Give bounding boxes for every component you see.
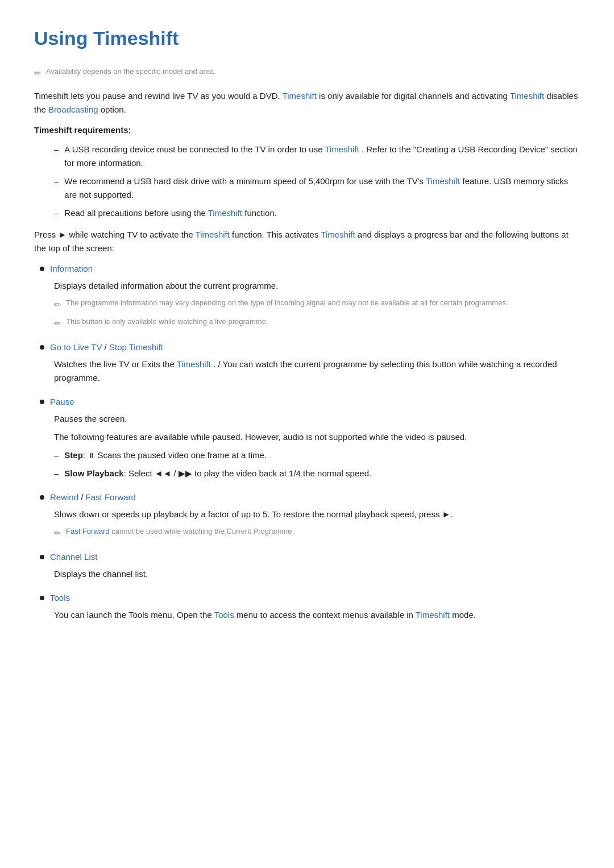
dash-3: –: [54, 206, 59, 220]
intro-paragraph: Timeshift lets you pause and rewind live…: [34, 89, 580, 117]
list-item-tools: Tools You can launch the Tools menu. Ope…: [34, 591, 580, 622]
timeshift-link-1: Timeshift: [283, 91, 317, 101]
bullet-header-information: Information: [34, 262, 580, 276]
step-label: Step: [64, 450, 83, 460]
broadcasting-link: Broadcasting: [48, 105, 98, 114]
bullet-header-pause: Pause: [34, 395, 580, 409]
timeshift-link-press2: Timeshift: [321, 230, 355, 239]
go-to-live-description: Watches the live TV or Exits the Timeshi…: [54, 358, 580, 385]
list-item-channel-list: Channel List Displays the channel list.: [34, 550, 580, 581]
bullet-dot-rewind: [40, 495, 44, 500]
information-note-1: ✏ The programme information may vary dep…: [54, 297, 580, 312]
note-icon-ff: ✏: [54, 526, 61, 540]
channel-list-label: Channel List: [50, 550, 97, 564]
feature-list: Information Displays detailed informatio…: [34, 262, 580, 622]
list-item-pause: Pause Pauses the screen. The following f…: [34, 395, 580, 480]
list-item-rewind: Rewind / Fast Forward Slows down or spee…: [34, 491, 580, 540]
fast-forward-text: Fast Forward: [86, 492, 136, 502]
bullet-dot-information: [40, 267, 44, 271]
note-icon-info2: ✏: [54, 317, 61, 330]
pause-description-1: Pauses the screen.: [54, 412, 580, 426]
information-description: Displays detailed information about the …: [54, 279, 580, 293]
dash-slow: –: [54, 467, 59, 480]
timeshift-link-gotolive: Timeshift: [177, 359, 211, 369]
rewind-label: Rewind / Fast Forward: [50, 491, 136, 504]
list-item-information: Information Displays detailed informatio…: [34, 262, 580, 330]
rewind-text: Rewind: [50, 492, 78, 502]
information-note-2: ✏ This button is only available while wa…: [54, 316, 580, 330]
go-to-live-label: Go to Live TV / Stop Timeshift: [50, 340, 163, 354]
bullet-header-tools: Tools: [34, 591, 580, 605]
pause-description-2: The following features are available whi…: [54, 430, 580, 444]
timeshift-link-req3: Timeshift: [208, 208, 242, 218]
stop-timeshift-text: Stop Timeshift: [109, 342, 163, 352]
press-paragraph: Press ► while watching TV to activate th…: [34, 228, 580, 255]
slow-playback-label: Slow Playback: [64, 468, 123, 478]
bullet-dot-channel-list: [40, 555, 44, 559]
step-symbol: ⏸: [88, 451, 95, 460]
pause-label: Pause: [50, 395, 74, 409]
pause-features-list: – Step: ⏸ Scans the paused video one fra…: [34, 448, 580, 480]
timeshift-link-req2: Timeshift: [426, 176, 460, 186]
go-to-live-text: Go to Live TV: [50, 342, 102, 352]
fast-forward-note-link: Fast Forward: [66, 527, 110, 535]
bullet-dot-go-to-live: [40, 345, 44, 350]
channel-list-description: Displays the channel list.: [54, 567, 580, 581]
dash-2: –: [54, 175, 59, 202]
tools-description: You can launch the Tools menu. Open the …: [54, 608, 580, 622]
list-item-go-to-live: Go to Live TV / Stop Timeshift Watches t…: [34, 340, 580, 385]
requirement-1: – A USB recording device must be connect…: [54, 143, 580, 170]
requirement-3: – Read all precautions before using the …: [54, 206, 580, 220]
bullet-header-channel-list: Channel List: [34, 550, 580, 564]
availability-note: ✏ Availability depends on the specific m…: [34, 66, 580, 80]
fast-forward-note: ✏ Fast Forward cannot be used while watc…: [54, 526, 580, 540]
requirement-2: – We recommend a USB hard disk drive wit…: [54, 175, 580, 202]
timeshift-link-req1: Timeshift: [325, 144, 359, 154]
pause-feature-step: – Step: ⏸ Scans the paused video one fra…: [54, 448, 580, 462]
dash-1: –: [54, 143, 59, 170]
bullet-header-go-to-live: Go to Live TV / Stop Timeshift: [34, 340, 580, 354]
dash-step: –: [54, 448, 59, 462]
requirements-title: Timeshift requirements:: [34, 123, 580, 137]
timeshift-link-2: Timeshift: [510, 91, 544, 101]
tools-link: Tools: [214, 610, 234, 620]
timeshift-link-press1: Timeshift: [196, 230, 230, 239]
rewind-description: Slows down or speeds up playback by a fa…: [54, 508, 580, 521]
tools-label: Tools: [50, 591, 70, 605]
page-title: Using Timeshift: [34, 23, 580, 53]
requirements-list: – A USB recording device must be connect…: [34, 143, 580, 220]
pause-feature-slow: – Slow Playback: Select ◄◄ / ▶▶ to play …: [54, 467, 580, 480]
bullet-dot-pause: [40, 400, 44, 404]
timeshift-link-tools: Timeshift: [416, 610, 450, 620]
note-icon-info1: ✏: [54, 298, 61, 312]
note-icon: ✏: [34, 67, 42, 80]
information-label: Information: [50, 262, 93, 276]
bullet-dot-tools: [40, 596, 44, 600]
bullet-header-rewind: Rewind / Fast Forward: [34, 491, 580, 504]
